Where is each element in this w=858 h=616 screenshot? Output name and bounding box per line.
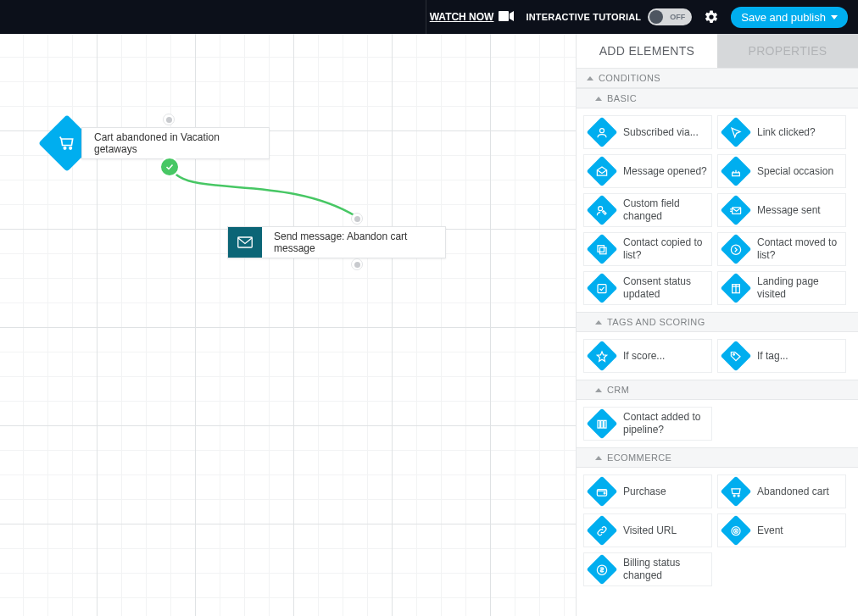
section-crm[interactable]: CRM <box>577 380 858 400</box>
basic-grid: Subscribed via...Link clicked?Message op… <box>577 108 858 312</box>
svg-rect-7 <box>733 207 741 214</box>
svg-marker-17 <box>597 351 606 360</box>
tutorial-toggle[interactable]: OFF <box>648 8 692 25</box>
ecommerce-grid: PurchaseAbandoned cartVisited URLEventBi… <box>577 468 858 593</box>
tab-add-elements[interactable]: ADD ELEMENTS <box>577 34 717 68</box>
settings-button[interactable] <box>704 9 719 25</box>
collapse-caret-icon <box>595 388 602 392</box>
port-top[interactable] <box>351 213 363 225</box>
tutorial-control: INTERACTIVE TUTORIAL OFF <box>526 8 692 25</box>
chevron-down-icon <box>831 15 838 19</box>
trigger-node[interactable]: Cart abandoned in Vacation getaways <box>81 127 270 159</box>
video-icon <box>499 11 514 24</box>
open-envelope-icon <box>587 156 618 187</box>
section-tags-scoring[interactable]: TAGS AND SCORING <box>577 312 858 332</box>
section-basic[interactable]: BASIC <box>577 88 858 108</box>
watch-now-label: WATCH NOW <box>430 11 494 23</box>
section-basic-label: BASIC <box>607 93 637 103</box>
tab-add-elements-label: ADD ELEMENTS <box>599 44 695 58</box>
element-item[interactable]: Abandoned cart <box>717 474 846 508</box>
element-item-label: Landing page visited <box>757 275 842 301</box>
svg-point-28 <box>735 530 736 530</box>
element-item-label: Purchase <box>623 486 666 498</box>
svg-point-25 <box>738 494 739 496</box>
element-item-diamond <box>722 118 750 147</box>
svg-point-23 <box>604 491 605 493</box>
action-node[interactable]: Send message: Abandon cart message <box>227 226 446 258</box>
section-conditions[interactable]: CONDITIONS <box>577 68 858 88</box>
element-item-diamond <box>722 196 750 225</box>
element-item[interactable]: Link clicked? <box>717 115 846 149</box>
element-item[interactable]: Billing status changed <box>583 552 712 586</box>
element-item-diamond <box>588 341 616 370</box>
element-item-label: Link clicked? <box>757 126 816 139</box>
element-item-diamond <box>722 477 750 506</box>
element-item-label: Contact copied to list? <box>623 236 708 262</box>
element-item-label: Consent status updated <box>623 275 708 301</box>
element-item[interactable]: Contact added to pipeline? <box>583 407 712 441</box>
user-icon <box>587 117 618 148</box>
element-item-label: Event <box>757 524 783 537</box>
element-item[interactable]: If tag... <box>717 339 846 373</box>
element-item-label: Custom field changed <box>623 197 708 223</box>
check-box-icon <box>587 273 618 304</box>
port-bottom[interactable] <box>351 258 363 270</box>
svg-rect-13 <box>598 284 606 292</box>
element-item-diamond <box>722 235 750 264</box>
workflow-canvas[interactable]: Cart abandoned in Vacation getaways Send… <box>0 34 576 616</box>
element-item[interactable]: Custom field changed <box>583 193 712 227</box>
section-ecommerce[interactable]: ECOMMERCE <box>577 447 858 468</box>
svg-point-24 <box>733 494 735 496</box>
section-conditions-label: CONDITIONS <box>599 73 660 83</box>
svg-rect-19 <box>598 420 600 428</box>
element-item-label: Subscribed via... <box>623 126 699 139</box>
collapse-caret-icon <box>595 320 602 325</box>
element-item[interactable]: Purchase <box>583 474 712 508</box>
element-item[interactable]: Contact copied to list? <box>583 232 712 266</box>
element-item-label: Message sent <box>757 204 821 217</box>
save-and-publish-button[interactable]: Save and publish <box>731 7 848 28</box>
svg-rect-4 <box>238 237 253 247</box>
svg-rect-21 <box>604 420 607 428</box>
element-item-label: Billing status changed <box>623 557 708 582</box>
element-item[interactable]: If score... <box>583 339 712 373</box>
svg-rect-10 <box>600 247 607 254</box>
element-item-diamond <box>722 341 750 370</box>
element-item[interactable]: Message opened? <box>583 154 712 188</box>
svg-point-6 <box>599 206 603 210</box>
svg-point-5 <box>600 128 604 132</box>
element-item[interactable]: Message sent <box>717 193 846 227</box>
svg-rect-20 <box>601 420 604 428</box>
tag-icon <box>721 341 752 372</box>
copy-icon <box>587 234 618 265</box>
element-item[interactable]: Special occasion <box>717 154 846 188</box>
wallet-icon <box>587 476 618 508</box>
svg-point-2 <box>64 147 66 150</box>
cake-icon <box>721 156 752 187</box>
send-envelope-icon <box>721 195 752 226</box>
save-and-publish-label: Save and publish <box>741 11 826 24</box>
collapse-caret-icon <box>595 97 602 101</box>
svg-point-18 <box>733 353 735 355</box>
element-item[interactable]: Event <box>717 513 846 547</box>
topbar-separator <box>426 0 426 34</box>
section-crm-label: CRM <box>607 385 629 395</box>
port-top[interactable] <box>163 114 175 125</box>
tab-properties[interactable]: PROPERTIES <box>717 34 858 68</box>
element-item[interactable]: Landing page visited <box>717 271 846 305</box>
action-node-icon-box <box>228 227 262 258</box>
element-item-diamond <box>722 516 750 545</box>
watch-now-link[interactable]: WATCH NOW <box>430 11 515 24</box>
element-item-label: Contact added to pipeline? <box>623 411 708 436</box>
svg-rect-0 <box>499 11 509 21</box>
cart-icon <box>58 135 75 152</box>
element-item[interactable]: Contact moved to list? <box>717 232 846 266</box>
element-item[interactable]: Subscribed via... <box>583 115 712 149</box>
tutorial-label: INTERACTIVE TUTORIAL <box>526 12 641 22</box>
element-item[interactable]: Consent status updated <box>583 271 712 305</box>
cart-icon <box>721 476 752 508</box>
element-item-diamond <box>588 157 616 186</box>
tags-scoring-grid: If score...If tag... <box>577 332 858 380</box>
element-item[interactable]: Visited URL <box>583 513 712 547</box>
element-item-label: Special occasion <box>757 165 833 178</box>
